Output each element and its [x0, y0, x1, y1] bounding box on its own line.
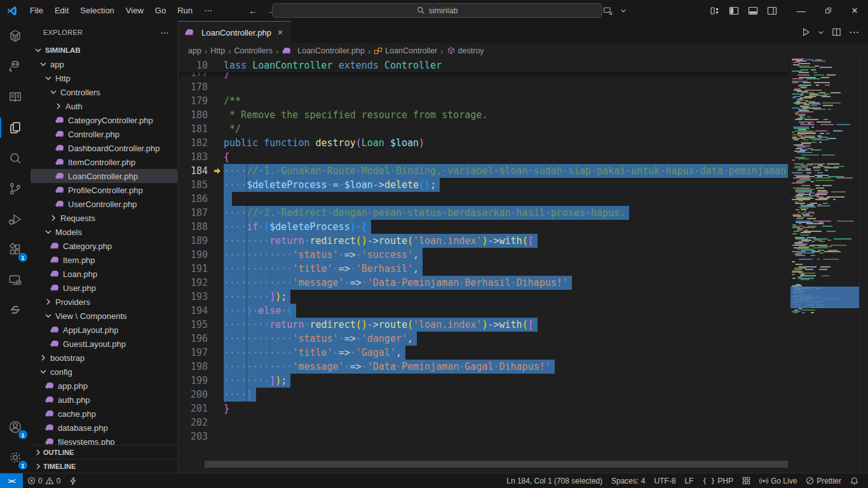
search-icon[interactable]: [0, 143, 31, 173]
lightning-icon[interactable]: [65, 473, 81, 488]
code-line-180[interactable]: 180 * Remove the specified resource from…: [178, 108, 788, 122]
explorer-files-icon[interactable]: [0, 112, 31, 143]
minimap[interactable]: [790, 58, 859, 316]
breadcrumb-destroy[interactable]: destroy: [447, 46, 484, 55]
status-go-live[interactable]: Go Live: [755, 473, 801, 488]
remote-indicator-icon[interactable]: ><: [0, 473, 23, 488]
command-center-search[interactable]: siminlab: [272, 3, 602, 18]
nav-back-arrow[interactable]: ←: [248, 5, 258, 16]
split-editor-icon[interactable]: [829, 25, 844, 40]
toggle-secondary-sidebar-icon[interactable]: [763, 3, 782, 19]
horizontal-scrollbar[interactable]: [205, 461, 788, 468]
tree-item-guestlayout.php[interactable]: GuestLayout.php: [31, 337, 177, 351]
run-php-button[interactable]: [798, 25, 813, 40]
status-ports[interactable]: [738, 473, 755, 488]
tree-item-models[interactable]: Models: [31, 225, 177, 239]
extensions-icon[interactable]: 1: [0, 234, 31, 265]
tree-item-view-components[interactable]: View \ Components: [31, 309, 177, 323]
code-line-184[interactable]: 184····//·1.·Gunakan·Route·Model·Binding…: [178, 164, 788, 178]
code-line-199[interactable]: 199········]);: [178, 374, 788, 388]
menu-[interactable]: ⋯: [198, 4, 218, 17]
code-line-201[interactable]: 201}: [178, 402, 788, 416]
menu-view[interactable]: View: [120, 4, 149, 17]
code-line-181[interactable]: 181 */: [178, 122, 788, 136]
tree-item-categorycontroller.php[interactable]: CategoryController.php: [31, 113, 177, 127]
tree-item-config[interactable]: config: [31, 365, 177, 379]
status-language-mode[interactable]: { }PHP: [698, 473, 738, 488]
sticky-scroll-line[interactable]: 10lass LoanController extends Controller: [178, 58, 788, 72]
code-line-193[interactable]: 193········]);: [178, 290, 788, 304]
code-line-189[interactable]: 189········return·redirect()->route('loa…: [178, 234, 788, 248]
run-dropdown-chevron-icon[interactable]: [816, 25, 826, 40]
menu-go[interactable]: Go: [149, 4, 172, 17]
tree-item-bootstrap[interactable]: bootstrap: [31, 351, 177, 365]
tree-item-category.php[interactable]: Category.php: [31, 239, 177, 253]
tree-item-app.php[interactable]: app.php: [31, 379, 177, 393]
screencast-icon[interactable]: [599, 3, 618, 19]
tree-item-requests[interactable]: Requests: [31, 211, 177, 225]
status-notifications[interactable]: [846, 473, 863, 488]
tree-item-siminlab[interactable]: SIMINLAB: [31, 43, 177, 57]
tree-item-auth[interactable]: Auth: [31, 99, 177, 113]
overview-ruler[interactable]: [859, 58, 868, 473]
copilot-icon[interactable]: [0, 51, 31, 82]
settings-gear-icon[interactable]: 1: [0, 442, 31, 473]
accounts-icon[interactable]: 1: [0, 412, 31, 442]
code-line-179[interactable]: 179/**: [178, 94, 788, 108]
code-line-203[interactable]: 203: [178, 430, 788, 444]
code-line-185[interactable]: 185····$deleteProcess·=·$loan->delete();: [178, 178, 788, 192]
docs-book-icon[interactable]: [0, 82, 31, 112]
menu-edit[interactable]: Edit: [49, 4, 74, 17]
tree-item-http[interactable]: Http: [31, 71, 177, 85]
tree-item-dashboardcontroller.php[interactable]: DashboardController.php: [31, 141, 177, 155]
code-line-188[interactable]: 188····if·($deleteProcess)·{: [178, 220, 788, 234]
minimize-button[interactable]: —: [788, 0, 815, 21]
code-line-186[interactable]: 186: [178, 192, 788, 206]
menu-file[interactable]: File: [24, 4, 49, 17]
remote-explorer-icon[interactable]: [0, 265, 31, 295]
tree-item-loan.php[interactable]: Loan.php: [31, 267, 177, 281]
menu-run[interactable]: Run: [172, 4, 198, 17]
code-line-200[interactable]: 200····}: [178, 388, 788, 402]
status-encoding[interactable]: UTF-8: [649, 473, 680, 488]
code-line-178[interactable]: 178: [178, 80, 788, 94]
tree-item-loancontroller.php[interactable]: LoanController.php: [31, 169, 177, 183]
code-line-194[interactable]: 194····}·else·{: [178, 304, 788, 318]
editor-more-actions-icon[interactable]: ⋯: [846, 25, 862, 40]
problems-indicator[interactable]: 0 0: [23, 473, 65, 488]
tree-item-user.php[interactable]: User.php: [31, 281, 177, 295]
tree-item-itemcontroller.php[interactable]: ItemController.php: [31, 155, 177, 169]
tree-item-controller.php[interactable]: Controller.php: [31, 127, 177, 141]
tab-close-icon[interactable]: ×: [275, 26, 285, 39]
code-line-182[interactable]: 182public function destroy(Loan $loan): [178, 136, 788, 150]
tab-loancontroller[interactable]: LoanController.php ×: [178, 21, 291, 43]
container-icon[interactable]: [0, 21, 31, 51]
tree-item-usercontroller.php[interactable]: UserController.php: [31, 197, 177, 211]
tree-item-database.php[interactable]: database.php: [31, 421, 177, 435]
code-line-202[interactable]: 202: [178, 416, 788, 430]
tree-item-applayout.php[interactable]: AppLayout.php: [31, 323, 177, 337]
tree-item-item.php[interactable]: Item.php: [31, 253, 177, 267]
customize-layout-icon[interactable]: [705, 3, 724, 19]
explorer-more-actions-icon[interactable]: ⋯: [160, 27, 170, 37]
status-indentation[interactable]: Spaces: 4: [607, 473, 649, 488]
breadcrumb-app[interactable]: app: [188, 46, 201, 55]
tree-item-providers[interactable]: Providers: [31, 295, 177, 309]
timeline-section[interactable]: TIMELINE: [31, 459, 177, 473]
status-cursor-position[interactable]: Ln 184, Col 1 (708 selected): [502, 473, 607, 488]
custom-s-icon[interactable]: [0, 295, 31, 326]
breadcrumb-loancontroller[interactable]: LoanController: [374, 46, 437, 55]
breadcrumb-controllers[interactable]: Controllers: [234, 46, 272, 55]
outline-section[interactable]: OUTLINE: [31, 445, 177, 459]
toggle-panel-icon[interactable]: [743, 3, 763, 19]
tree-item-app[interactable]: app: [31, 57, 177, 71]
breadcrumb-loancontroller.php[interactable]: LoanController.php: [281, 46, 365, 56]
code-line-187[interactable]: 187····//·2.·Redirect·dengan·pesan·statu…: [178, 206, 788, 220]
tree-item-filesystems.php[interactable]: filesystems.php: [31, 435, 177, 445]
source-control-icon[interactable]: [0, 173, 31, 204]
menu-selection[interactable]: Selection: [74, 4, 119, 17]
tree-item-profilecontroller.php[interactable]: ProfileController.php: [31, 183, 177, 197]
run-debug-icon[interactable]: [0, 204, 31, 234]
code-line-183[interactable]: 183{: [178, 150, 788, 164]
code-line-195[interactable]: 195········return·redirect()->route('loa…: [178, 318, 788, 332]
